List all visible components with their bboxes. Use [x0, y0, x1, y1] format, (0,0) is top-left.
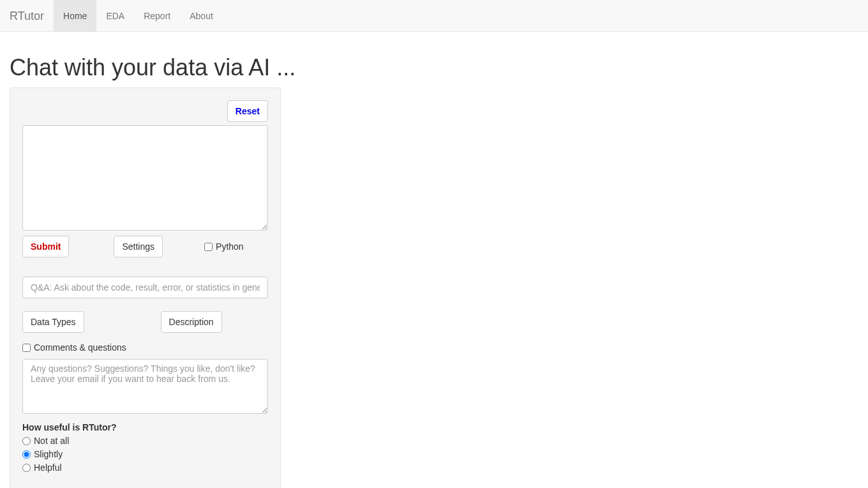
- main-input-textarea[interactable]: [22, 125, 268, 231]
- nav-tab-eda[interactable]: EDA: [96, 0, 134, 31]
- useful-radio-not-at-all[interactable]: [22, 437, 31, 445]
- feedback-textarea[interactable]: [22, 359, 268, 414]
- nav-tab-about[interactable]: About: [180, 0, 223, 31]
- useful-radio-group: Not at all Slightly Helpful: [22, 436, 268, 473]
- spacer: [91, 311, 154, 333]
- nav-tab-report[interactable]: Report: [134, 0, 180, 31]
- description-button[interactable]: Description: [161, 311, 222, 333]
- submit-button[interactable]: Submit: [22, 236, 69, 257]
- useful-radio-label: Slightly: [34, 449, 63, 459]
- submit-row: Submit Settings Python: [22, 236, 268, 257]
- useful-option-helpful[interactable]: Helpful: [22, 462, 268, 473]
- useful-radio-label: Not at all: [34, 436, 69, 446]
- settings-button[interactable]: Settings: [114, 236, 163, 257]
- qa-input[interactable]: [22, 277, 268, 298]
- comments-row: Comments & questions: [22, 342, 268, 353]
- comments-checkbox-text: Comments & questions: [34, 342, 126, 353]
- comments-checkbox-label[interactable]: Comments & questions: [22, 342, 268, 353]
- navbar: RTutor Home EDA Report About: [0, 0, 868, 32]
- useful-radio-slightly[interactable]: [22, 450, 31, 459]
- comments-checkbox[interactable]: [22, 344, 31, 352]
- useful-radio-label: Helpful: [34, 462, 62, 473]
- page-title: Chat with your data via AI ...: [10, 54, 858, 81]
- useful-group-label: How useful is RTutor?: [22, 422, 268, 432]
- reset-row: Reset: [22, 100, 268, 122]
- sidebar-panel: Reset Submit Settings Python Data Types …: [10, 88, 281, 488]
- python-checkbox-text: Python: [216, 241, 244, 252]
- button-row: Data Types Description: [22, 311, 268, 333]
- useful-option-not-at-all[interactable]: Not at all: [22, 436, 268, 446]
- brand-link[interactable]: RTutor: [0, 0, 54, 31]
- python-checkbox-label[interactable]: Python: [204, 241, 244, 252]
- useful-option-slightly[interactable]: Slightly: [22, 449, 268, 459]
- nav-tabs: Home EDA Report About: [54, 0, 223, 31]
- nav-tab-home[interactable]: Home: [54, 0, 96, 31]
- useful-radio-helpful[interactable]: [22, 464, 31, 472]
- main-container: Chat with your data via AI ... Reset Sub…: [0, 32, 868, 488]
- reset-button[interactable]: Reset: [227, 100, 268, 122]
- python-checkbox[interactable]: [204, 243, 213, 251]
- data-types-button[interactable]: Data Types: [22, 311, 84, 333]
